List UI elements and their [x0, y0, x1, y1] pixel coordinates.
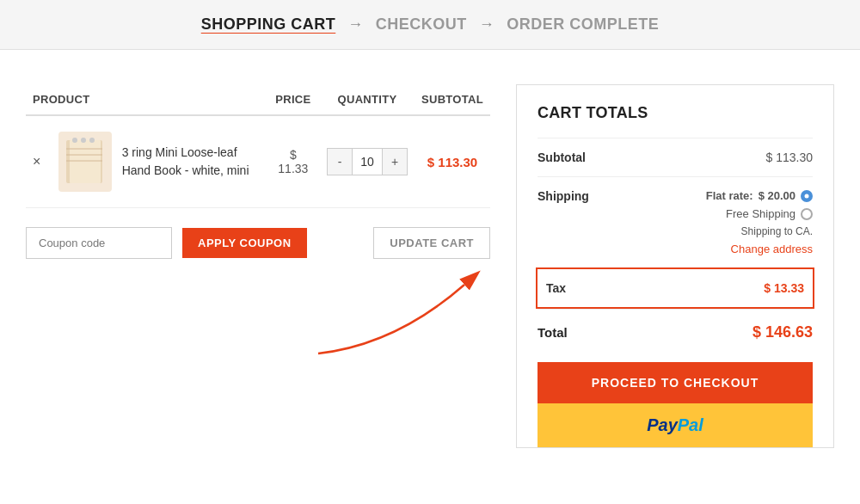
table-row: × — [26, 115, 490, 208]
shipping-label: Shipping — [538, 189, 589, 203]
col-quantity: QUANTITY — [320, 84, 415, 115]
arrow-annotation — [26, 267, 490, 362]
product-subtotal: $ 113.30 — [415, 115, 490, 208]
free-shipping-label: Free Shipping — [726, 207, 796, 220]
cart-totals-panel: CART TOTALS Subtotal $ 113.30 Shipping F… — [516, 84, 834, 448]
paypal-pal-text: Pal — [678, 415, 703, 434]
breadcrumb-bar: SHOPPING CART → CHECKOUT → ORDER COMPLET… — [0, 0, 860, 50]
flat-rate-label: Flat rate: — [706, 189, 753, 202]
quantity-input[interactable] — [352, 149, 383, 175]
breadcrumb-arrow2: → — [479, 15, 495, 34]
paypal-button[interactable]: PayPal — [538, 403, 813, 447]
qty-decrease-button[interactable]: - — [328, 149, 352, 175]
tax-label: Tax — [546, 281, 566, 295]
apply-coupon-button[interactable]: APPLY COUPON — [182, 228, 307, 258]
cart-area: PRODUCT PRICE QUANTITY SUBTOTAL × — [26, 84, 490, 362]
svg-point-7 — [72, 138, 77, 143]
cart-totals-title: CART TOTALS — [538, 104, 813, 122]
flat-rate-value: $ 20.00 — [759, 189, 796, 202]
col-product: PRODUCT — [26, 84, 267, 115]
col-price: PRICE — [267, 84, 320, 115]
tax-row: Tax $ 13.33 — [536, 267, 814, 309]
shipping-options: Flat rate: $ 20.00 Free Shipping Shippin… — [706, 189, 813, 255]
product-name: 3 ring Mini Loose-leaf Hand Book - white… — [122, 144, 260, 180]
total-row: Total $ 146.63 — [538, 309, 813, 355]
flat-rate-option[interactable]: Flat rate: $ 20.00 — [706, 189, 813, 202]
change-address-link[interactable]: Change address — [731, 243, 813, 255]
breadcrumb-step1[interactable]: SHOPPING CART — [201, 15, 336, 34]
remove-item-button[interactable]: × — [33, 154, 40, 169]
cart-table: PRODUCT PRICE QUANTITY SUBTOTAL × — [26, 84, 490, 208]
breadcrumb-step3[interactable]: ORDER COMPLETE — [507, 15, 659, 34]
breadcrumb-step2[interactable]: CHECKOUT — [376, 15, 467, 34]
product-image — [58, 132, 112, 192]
main-content: PRODUCT PRICE QUANTITY SUBTOTAL × — [0, 50, 860, 474]
quantity-control: - + — [327, 148, 408, 175]
free-shipping-option[interactable]: Free Shipping — [726, 207, 813, 220]
subtotal-value: $ 113.30 — [766, 151, 814, 164]
total-value: $ 146.63 — [752, 323, 813, 341]
svg-point-6 — [89, 138, 95, 143]
update-cart-button[interactable]: UPDATE CART — [373, 227, 490, 259]
flat-rate-radio[interactable] — [801, 190, 813, 202]
coupon-input[interactable] — [26, 227, 172, 259]
shipping-row: Shipping Flat rate: $ 20.00 Free Shippin… — [538, 176, 813, 267]
proceed-to-checkout-button[interactable]: PROCEED TO CHECKOUT — [538, 362, 813, 403]
annotation-arrow — [292, 267, 490, 362]
subtotal-row: Subtotal $ 113.30 — [538, 138, 813, 176]
shipping-to: Shipping to CA. — [741, 225, 813, 237]
free-shipping-radio[interactable] — [801, 208, 813, 220]
breadcrumb-arrow1: → — [347, 15, 364, 34]
subtotal-label: Subtotal — [538, 151, 586, 164]
product-price: $ 11.33 — [267, 115, 320, 208]
col-subtotal: SUBTOTAL — [415, 84, 490, 115]
total-label: Total — [538, 325, 568, 340]
paypal-pay-text: Pay — [647, 415, 678, 434]
qty-increase-button[interactable]: + — [383, 149, 407, 175]
svg-rect-1 — [70, 140, 101, 183]
cart-actions: APPLY COUPON UPDATE CART — [26, 227, 490, 259]
tax-value: $ 13.33 — [764, 281, 804, 295]
svg-point-5 — [81, 138, 86, 143]
